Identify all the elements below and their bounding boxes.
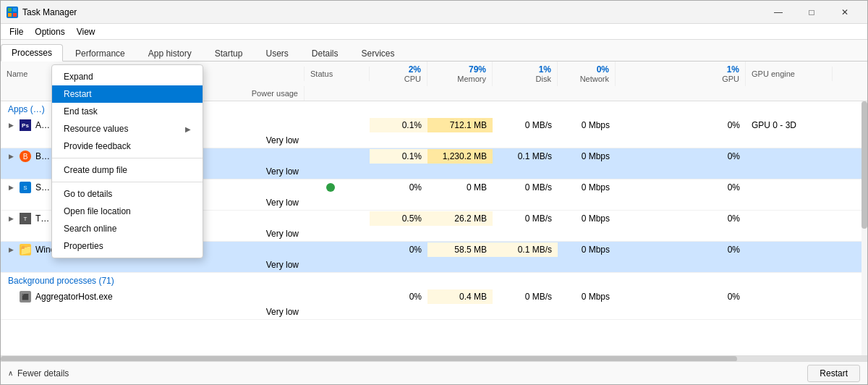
process-name: AggregatorHost.exe: [35, 292, 113, 302]
cell-cpu: 0.1%: [370, 118, 427, 132]
process-icon: T: [20, 213, 31, 224]
tab-processes[interactable]: Processes: [1, 44, 63, 62]
maximize-button[interactable]: □: [795, 1, 828, 24]
cell-powerusage: Very low: [1, 258, 305, 272]
cell-gpuengine: [746, 248, 833, 252]
fewer-details-icon: ∧: [8, 369, 13, 377]
ctx-expand[interactable]: Expand: [52, 68, 203, 85]
expand-icon[interactable]: ▶: [7, 214, 15, 223]
col-gpu[interactable]: 1% GPU: [616, 62, 746, 86]
cell-memory: 1,230.2 MB: [427, 149, 493, 164]
horizontal-scrollbar-thumb[interactable]: [1, 356, 737, 361]
process-icon: S: [20, 182, 31, 193]
status-bar: ∧ Fewer details Restart: [1, 361, 867, 384]
col-memory[interactable]: 79% Memory: [427, 62, 493, 86]
ctx-searchonline[interactable]: Search online: [52, 220, 203, 237]
cell-gpu: 0%: [616, 118, 746, 132]
cell-network: 0 Mbps: [558, 118, 616, 132]
cell-status: [305, 123, 370, 127]
cell-gpuengine: [746, 216, 833, 221]
cell-status: [305, 216, 370, 221]
process-icon: Ps: [20, 119, 31, 131]
cell-cpu: 0%: [370, 180, 427, 195]
title-bar: Task Manager — □ ✕: [1, 1, 867, 24]
cell-disk: 0 MB/s: [493, 211, 558, 226]
cell-gpuengine: GPU 0 - 3D: [746, 118, 833, 132]
section-background: Background processes (71): [1, 273, 867, 289]
ctx-properties[interactable]: Properties: [52, 237, 203, 255]
cell-cpu: 0%: [370, 242, 427, 257]
cell-memory: 0.4 MB: [427, 289, 493, 304]
close-button[interactable]: ✕: [828, 1, 861, 24]
expand-icon[interactable]: ▶: [7, 183, 15, 192]
cell-network: 0 Mbps: [558, 211, 616, 226]
cell-status: [305, 181, 370, 194]
cell-gpu: 0%: [616, 180, 746, 195]
ctx-openfilelocation[interactable]: Open file location: [52, 203, 203, 220]
context-menu: Expand Restart End task Resource values …: [51, 64, 203, 258]
tabs-bar: Processes Performance App history Startu…: [1, 40, 867, 62]
svg-rect-1: [13, 8, 17, 12]
ctx-resourcevalues[interactable]: Resource values ▶: [52, 120, 203, 138]
table-row[interactable]: ⬛ AggregatorHost.exe 0% 0.4 MB 0 MB/s 0 …: [1, 289, 867, 320]
ctx-divider1: [52, 158, 203, 158]
col-gpuengine[interactable]: GPU engine: [746, 67, 833, 81]
ctx-createdumpfile[interactable]: Create dump file: [52, 161, 203, 179]
menu-view[interactable]: View: [71, 25, 101, 38]
scrollbar-thumb[interactable]: [861, 101, 867, 229]
app-icon: [7, 7, 18, 18]
cell-gpuengine: [746, 154, 833, 158]
cell-powerusage: Very low: [1, 305, 305, 319]
tab-performance[interactable]: Performance: [64, 45, 136, 62]
fewer-details-label: Fewer details: [17, 368, 69, 378]
cell-network: 0 Mbps: [558, 149, 616, 164]
horizontal-scrollbar-track[interactable]: [1, 355, 867, 361]
ctx-providefeedback[interactable]: Provide feedback: [52, 138, 203, 155]
cell-memory: 26.2 MB: [427, 211, 493, 226]
menu-options[interactable]: Options: [29, 25, 70, 38]
cell-status: [305, 248, 370, 252]
expand-icon[interactable]: ▶: [7, 245, 15, 254]
ctx-gotodetails[interactable]: Go to details: [52, 185, 203, 203]
process-name-cell: ⬛ AggregatorHost.exe: [1, 289, 305, 305]
cell-memory: 0 MB: [427, 180, 493, 195]
cell-status: [305, 154, 370, 158]
cell-status: [305, 295, 370, 299]
scrollbar-track[interactable]: [861, 101, 867, 355]
ctx-restart[interactable]: Restart: [52, 85, 203, 103]
cell-disk: 0 MB/s: [493, 118, 558, 132]
cell-memory: 58.5 MB: [427, 242, 493, 257]
menu-file[interactable]: File: [4, 25, 29, 38]
window-title: Task Manager: [22, 7, 762, 17]
process-name: T…: [35, 213, 49, 224]
expand-icon[interactable]: ▶: [7, 121, 15, 130]
tab-details[interactable]: Details: [301, 45, 349, 62]
cell-gpuengine: [746, 185, 833, 190]
fewer-details-button[interactable]: ∧ Fewer details: [8, 368, 69, 378]
cell-gpu: 0%: [616, 211, 746, 226]
ctx-resourcevalues-label: Resource values: [64, 124, 128, 134]
restart-button[interactable]: Restart: [807, 365, 860, 382]
tab-users[interactable]: Users: [255, 45, 299, 62]
col-status[interactable]: Status: [305, 67, 370, 81]
svg-rect-0: [8, 8, 12, 12]
tab-apphistory[interactable]: App history: [137, 45, 203, 62]
minimize-button[interactable]: —: [762, 1, 795, 24]
svg-rect-3: [13, 13, 17, 17]
col-network[interactable]: 0% Network: [558, 62, 616, 86]
tab-startup[interactable]: Startup: [204, 45, 254, 62]
col-disk[interactable]: 1% Disk: [493, 62, 558, 86]
expand-icon[interactable]: ▶: [7, 152, 15, 161]
process-icon: 📁: [20, 244, 31, 255]
ctx-divider2: [52, 182, 203, 182]
cell-gpu: 0%: [616, 289, 746, 304]
svg-rect-2: [8, 13, 12, 17]
process-icon: ⬛: [20, 291, 31, 302]
col-cpu[interactable]: 2% CPU: [370, 62, 427, 86]
process-name: A…: [35, 120, 50, 130]
cell-network: 0 Mbps: [558, 180, 616, 195]
tab-services[interactable]: Services: [351, 45, 406, 62]
cell-disk: 0.1 MB/s: [493, 242, 558, 257]
menu-bar: File Options View: [1, 24, 867, 40]
ctx-endtask[interactable]: End task: [52, 103, 203, 120]
